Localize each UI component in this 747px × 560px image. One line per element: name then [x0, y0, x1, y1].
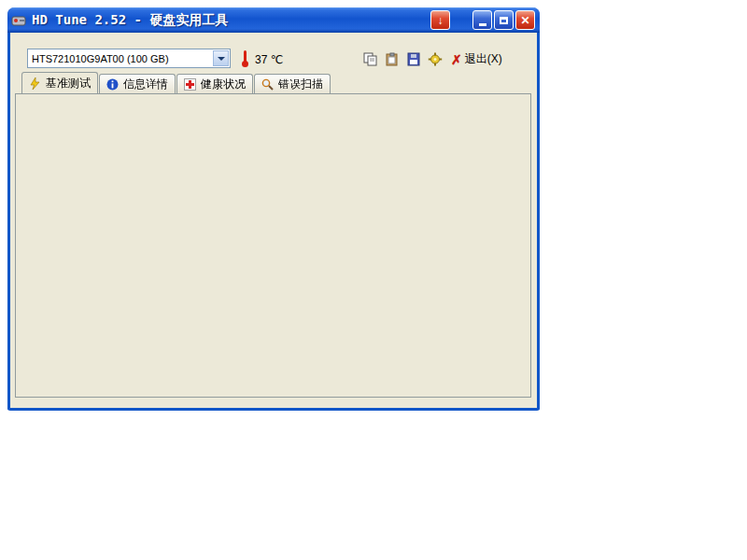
- titlebar[interactable]: HD Tune 2.52 - 硬盘实用工具 ↓ ✕: [7, 7, 540, 33]
- tab-info[interactable]: 信息详情: [99, 74, 176, 93]
- tab-label: 基准测试: [46, 76, 91, 91]
- close-icon: ✕: [520, 15, 529, 26]
- maximize-button[interactable]: [494, 10, 514, 30]
- close-button[interactable]: ✕: [515, 10, 535, 30]
- app-window: HD Tune 2.52 - 硬盘实用工具 ↓ ✕ HTS721010G9AT0…: [7, 7, 540, 411]
- thermometer-icon: [242, 50, 249, 67]
- tab-label: 信息详情: [123, 77, 168, 92]
- tab-benchmark[interactable]: 基准测试: [21, 72, 98, 93]
- minimize-button[interactable]: [472, 10, 492, 30]
- copy-to-clipboard-button[interactable]: [381, 49, 402, 68]
- titlebar-buttons: ↓ ✕: [429, 10, 535, 30]
- drive-select-value: HTS721010G9AT00 (100 GB): [28, 53, 212, 64]
- x-mark-icon: ✗: [451, 52, 462, 67]
- options-button[interactable]: [424, 49, 445, 68]
- clipboard-icon: [385, 52, 400, 66]
- benchmark-icon: [29, 77, 42, 90]
- app-icon: [11, 13, 26, 28]
- window-title: HD Tune 2.52 - 硬盘实用工具: [32, 12, 228, 29]
- floppy-disk-icon: [406, 52, 421, 66]
- exit-label: 退出(X): [465, 51, 502, 67]
- chevron-down-icon[interactable]: [213, 50, 229, 66]
- tab-strip: 基准测试 信息详情 健康状况 错误扫描: [21, 74, 331, 93]
- titlebar-button-gap: [450, 10, 471, 30]
- tab-error-scan[interactable]: 错误扫描: [254, 74, 331, 93]
- gear-icon: [428, 52, 443, 66]
- magnifier-icon: [261, 78, 275, 91]
- benchmark-tab-panel: [15, 93, 531, 398]
- tab-health[interactable]: 健康状况: [176, 74, 253, 93]
- maximize-icon: [500, 17, 508, 24]
- drive-select[interactable]: HTS721010G9AT00 (100 GB): [27, 49, 231, 68]
- health-cross-icon: [184, 78, 197, 91]
- info-icon: [106, 78, 120, 91]
- copy-screenshot-button[interactable]: [359, 49, 381, 68]
- tab-label: 错误扫描: [278, 77, 323, 92]
- arrow-down-icon: ↓: [438, 15, 444, 26]
- minimize-icon: [479, 23, 486, 26]
- copy-icon: [363, 52, 378, 66]
- exit-button[interactable]: ✗ 退出(X): [451, 51, 502, 67]
- tab-label: 健康状况: [201, 77, 246, 92]
- desktop: HD Tune 2.52 - 硬盘实用工具 ↓ ✕ HTS721010G9AT0…: [0, 0, 747, 560]
- save-screenshot-button[interactable]: [402, 49, 424, 68]
- toolbar-icons: [359, 49, 445, 68]
- temperature-reading: 37 ℃: [255, 53, 283, 66]
- titlebar-extra-button[interactable]: ↓: [430, 10, 450, 30]
